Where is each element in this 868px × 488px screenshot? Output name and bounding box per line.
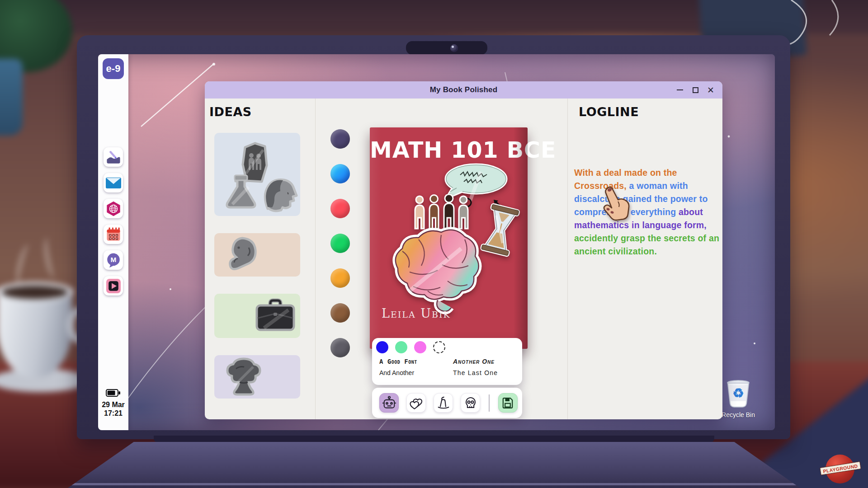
cover-color-options: [376, 341, 445, 353]
rainbow-brain-sticker[interactable]: [384, 223, 486, 316]
app-window: My Book Polished ✕ IDEAS: [205, 81, 722, 419]
minimize-button[interactable]: [675, 85, 684, 94]
palette-swatch-7[interactable]: [330, 338, 350, 357]
mushroom-cloud-sticker: [225, 357, 262, 397]
close-button[interactable]: ✕: [706, 85, 715, 94]
os-logo-glyph: e-9: [106, 63, 121, 75]
hand-cursor-icon: [597, 185, 631, 223]
envelope-icon: [106, 177, 121, 189]
taskbar-apps: M: [104, 147, 123, 296]
sticker-category-hearts-button[interactable]: [406, 393, 426, 413]
people-row-sticker[interactable]: [411, 194, 472, 231]
book-author[interactable]: Leila Ubik: [382, 306, 451, 320]
font-option-1[interactable]: A Good Font: [379, 358, 453, 365]
laptop-hinge: [154, 436, 714, 443]
svg-text:M: M: [110, 256, 116, 263]
logline-heading: LOGLINE: [579, 105, 639, 119]
flask-sticker: [222, 174, 259, 212]
save-button[interactable]: [498, 393, 518, 413]
taskbar-time: 17:21: [98, 409, 128, 418]
idea-card-1[interactable]: [214, 133, 300, 216]
ideas-heading: IDEAS: [209, 105, 252, 119]
wizard-hat-icon: [436, 395, 451, 411]
sticker-category-skull-button[interactable]: [461, 393, 480, 413]
save-icon: [500, 396, 515, 410]
laptop-lid: e-9: [77, 35, 790, 439]
cover-color-none[interactable]: [433, 341, 445, 353]
laptop-base: [68, 442, 800, 488]
taskbar: e-9: [98, 54, 128, 430]
palette-swatch-4[interactable]: [330, 234, 350, 253]
desktop-screen: e-9: [98, 54, 775, 430]
rotate-handle-icon: [462, 198, 471, 206]
book-cover-canvas[interactable]: MATH 101 BCE: [370, 127, 528, 349]
maximize-button[interactable]: [691, 85, 700, 94]
taskbar-item-writing-app[interactable]: [104, 147, 123, 167]
palette-swatch-6[interactable]: [330, 303, 350, 323]
sticker-category-robot-button[interactable]: [379, 393, 399, 413]
idea-card-3[interactable]: [214, 294, 300, 338]
hourglass-sticker[interactable]: [479, 203, 521, 258]
logline-segment-4: accidently grasp the secrets of an ancie…: [574, 233, 719, 256]
os-logo[interactable]: e-9: [103, 58, 124, 79]
taskbar-item-mail-app[interactable]: [104, 173, 123, 192]
pen-wave-icon: [106, 150, 121, 165]
style-panel: A Good Font Another One And Another The …: [372, 338, 522, 385]
panel-divider-left: [315, 99, 316, 419]
palette-swatch-1[interactable]: [330, 129, 350, 149]
palette-swatch-2[interactable]: [330, 164, 350, 183]
play-icon: [106, 279, 121, 293]
font-option-3[interactable]: And Another: [379, 369, 453, 376]
speech-bubble-sticker[interactable]: [439, 160, 509, 211]
palette-swatch-3[interactable]: [330, 199, 350, 218]
m-speech-bubble-icon: M: [106, 253, 121, 268]
battery-icon: [106, 389, 121, 397]
fetus-sticker: [225, 236, 259, 274]
globe-hexagon-icon: [106, 201, 121, 216]
taskbar-date: 29 Mar: [98, 400, 128, 409]
resize-handle-icon: [494, 200, 504, 210]
sticker-category-wizard-hat-button[interactable]: [434, 393, 453, 413]
recycle-bin-icon: ♻: [724, 379, 752, 408]
playground-watermark: PLAYGROUND: [823, 453, 858, 486]
svg-text:♻: ♻: [732, 386, 744, 400]
hearts-icon: [409, 395, 424, 411]
window-controls: ✕: [675, 81, 715, 99]
briefcase-sticker: [254, 298, 297, 333]
palette-swatch-5[interactable]: [330, 268, 350, 288]
taskbar-item-browser-app[interactable]: [104, 199, 123, 218]
book-title[interactable]: MATH 101 BCE: [370, 137, 528, 163]
scene: e-9: [0, 0, 868, 488]
laptop: e-9: [0, 0, 868, 488]
calendar-icon: [106, 227, 121, 242]
taskbar-item-messenger-app[interactable]: M: [104, 250, 123, 270]
minimize-icon: [677, 89, 683, 91]
maximize-icon: [693, 87, 698, 93]
taskbar-clock: 29 Mar 17:21: [98, 389, 128, 418]
woman-profile-sticker: [259, 175, 298, 212]
taskbar-item-calendar-app[interactable]: [104, 225, 123, 244]
webcam-icon: [450, 44, 458, 52]
taskbar-item-media-app[interactable]: [104, 276, 123, 296]
recycle-bin-label: Recycle Bin: [721, 411, 755, 418]
toolbar-divider: [489, 394, 490, 412]
cover-color-pink[interactable]: [414, 341, 426, 353]
font-options: A Good Font Another One And Another The …: [379, 358, 515, 376]
close-icon: ✕: [707, 86, 714, 94]
recycle-bin[interactable]: ♻ Recycle Bin: [721, 379, 755, 418]
font-option-4[interactable]: The Last One: [453, 369, 515, 376]
skull-icon: [463, 395, 478, 411]
idea-card-4[interactable]: [214, 355, 300, 399]
webcam-notch: [406, 41, 487, 55]
robot-icon: [382, 395, 397, 411]
cover-color-green[interactable]: [395, 341, 407, 353]
font-option-2[interactable]: Another One: [453, 358, 515, 365]
panel-divider-right: [567, 99, 568, 419]
cover-color-blue[interactable]: [376, 341, 388, 353]
idea-card-2[interactable]: [214, 233, 300, 277]
sticker-toolbar: [372, 388, 522, 418]
window-titlebar[interactable]: My Book Polished ✕: [205, 81, 722, 99]
window-title: My Book Polished: [430, 85, 498, 94]
